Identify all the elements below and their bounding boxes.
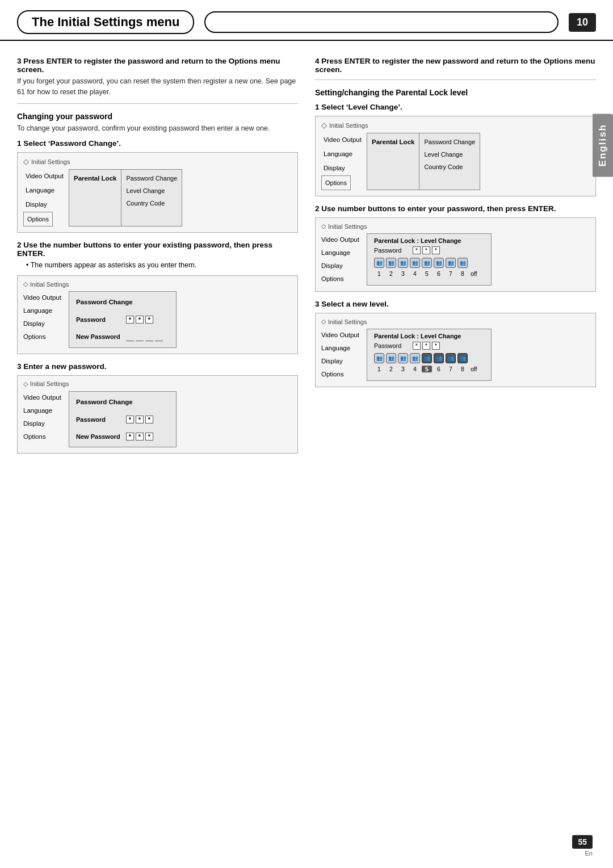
menu3-item-language: Language [23, 404, 69, 417]
step3-select-level-heading: 3 Select a new level. [315, 300, 596, 308]
menu5-item-display: Display [321, 259, 367, 272]
menu4-item-video: Video Output [321, 133, 367, 147]
menu4-inner: Video Output Language Display Options Pa… [321, 133, 590, 190]
diamond-icon-2: ◇ [23, 280, 28, 288]
menu3-left: Video Output Language Display Options [23, 391, 69, 448]
changing-pw-heading: Changing your password [17, 112, 298, 121]
menu5-level-numbers: 1 2 3 4 5 6 7 8 off [374, 270, 484, 277]
level-num-1: 1 [374, 270, 384, 277]
menu6-icon-6: 👥 [434, 353, 444, 363]
menu4-col2-item1: Level Change [424, 148, 475, 161]
menu2-center-box: Password Change Password * * * New Passw… [69, 291, 177, 348]
left-column: 3 Press ENTER to register the password a… [17, 51, 298, 462]
menu5-title-text: Initial Settings [328, 223, 367, 230]
menu3-new-dot-2: * [136, 433, 144, 441]
menu-screenshot-5: ◇ Initial Settings Video Output Language… [315, 217, 596, 292]
diamond-icon-3: ◇ [23, 380, 28, 388]
page-number: 10 [569, 13, 596, 32]
menu6-pw-dots: * * * [413, 342, 440, 350]
menu-screenshot-2: ◇ Initial Settings Video Output Language… [17, 275, 298, 354]
level-num-6: 6 [434, 270, 444, 277]
step3-enter-new-pw-block: 3 Enter a new password. ◇ Initial Settin… [17, 362, 298, 454]
level-num-4: 4 [410, 270, 420, 277]
step1-select-pw-heading: 1 Select ‘Password Change’. [17, 139, 298, 148]
pw-dot-2: * [136, 316, 144, 324]
menu6-num-4: 4 [410, 366, 420, 372]
blank-1 [126, 333, 134, 341]
level-icon-3: 👥 [398, 258, 408, 268]
menu2-pw-row: Password * * * [76, 313, 169, 326]
level-icon-5: 👥 [422, 258, 432, 268]
blank-3 [145, 333, 153, 341]
menu6-level-numbers: 1 2 3 4 5 6 7 8 off [374, 366, 484, 372]
menu2-new-pw-row: New Password [76, 330, 169, 343]
step2-use-numbers-heading: 2 Use number buttons to enter your passw… [315, 204, 596, 213]
level-icon-4: 👥 [410, 258, 420, 268]
level-num-8: 8 [457, 270, 468, 277]
menu6-title: ◇ Initial Settings [321, 318, 590, 325]
blank-4 [155, 333, 163, 341]
menu6-pw-row: Password * * * [374, 342, 484, 350]
menu6-num-7: 7 [446, 366, 456, 372]
menu6-pw-label: Password [374, 342, 408, 349]
menu4-col2-header: Password Change [424, 136, 475, 148]
menu3-pw-label: Password [76, 413, 121, 426]
menu6-icon-4: 👥 [410, 353, 420, 363]
main-content: 3 Press ENTER to register the password a… [0, 41, 613, 462]
step3-press-enter-block: 3 Press ENTER to register the password a… [17, 57, 298, 98]
pw-dot-1: * [126, 316, 134, 324]
menu2-inner: Video Output Language Display Options Pa… [23, 291, 292, 348]
menu3-col-header: Password Change [76, 395, 169, 409]
level-icon-6: 👥 [434, 258, 444, 268]
divider2 [315, 79, 596, 80]
menu-screenshot-4: ◇ Initial Settings Video Output Language… [315, 116, 596, 196]
level-icon-7: 👥 [446, 258, 456, 268]
menu2-item-options: Options [23, 330, 69, 343]
menu2-item-video: Video Output [23, 291, 69, 304]
menu4-title-text: Initial Settings [329, 122, 368, 129]
menu3-item-video: Video Output [23, 391, 69, 404]
menu6-num-3: 3 [398, 366, 408, 372]
blank-2 [136, 333, 144, 341]
menu3-title: ◇ Initial Settings [23, 380, 292, 388]
menu5-item-language: Language [321, 246, 367, 259]
menu5-dot-2: * [422, 246, 430, 254]
menu6-dot-1: * [413, 342, 421, 350]
menu5-item-options: Options [321, 272, 367, 286]
divider1 [17, 103, 298, 104]
menu4-left-list: Video Output Language Display Options [321, 133, 367, 190]
menu-screenshot-3: ◇ Initial Settings Video Output Language… [17, 375, 298, 454]
menu6-item-video: Video Output [321, 329, 367, 342]
menu6-col-header: Parental Lock : Level Change [374, 333, 484, 339]
menu-screenshot-1: ◇ Initial Settings Video Output Language… [17, 152, 298, 233]
menu3-new-pw-label: New Password [76, 430, 121, 443]
level-icon-8: 👥 [457, 258, 468, 268]
menu1-item-options: Options [23, 212, 53, 227]
menu4-col2: Password Change Level Change Country Cod… [419, 133, 480, 190]
pw-dot-3: * [145, 316, 153, 324]
menu4-col2-item2: Country Code [424, 161, 475, 173]
right-column: 4 Press ENTER to register the new passwo… [315, 51, 596, 462]
menu3-pw-row: Password * * * [76, 413, 169, 426]
step3-press-enter-body: If you forget your password, you can res… [17, 76, 298, 98]
menu6-icon-3: 👥 [398, 353, 408, 363]
menu1-col2-item2: Country Code [126, 197, 177, 209]
menu6-title-text: Initial Settings [328, 318, 367, 325]
menu2-title-text: Initial Settings [30, 281, 69, 288]
menu1-col2-header: Password Change [126, 172, 177, 184]
step4-heading: 4 Press ENTER to register the new passwo… [315, 57, 596, 74]
menu2-item-language: Language [23, 304, 69, 317]
menu5-pw-row: Password * * * [374, 246, 484, 254]
menu-screenshot-6: ◇ Initial Settings Video Output Language… [315, 313, 596, 387]
changing-pw-body: To change your password, confirm your ex… [17, 123, 298, 134]
menu3-pw-dots: * * * [126, 416, 153, 423]
level-num-7: 7 [446, 270, 456, 277]
menu5-title: ◇ Initial Settings [321, 223, 590, 230]
diamond-icon: ◇ [23, 157, 29, 166]
menu4-item-language: Language [321, 147, 367, 161]
page-footer: 55 En [572, 835, 593, 857]
menu5-inner: Video Output Language Display Options Pa… [321, 233, 590, 286]
footer-lang: En [585, 850, 593, 857]
menu6-icon-5: 👥 [422, 353, 432, 363]
menu1-title: ◇ Initial Settings [23, 157, 292, 166]
